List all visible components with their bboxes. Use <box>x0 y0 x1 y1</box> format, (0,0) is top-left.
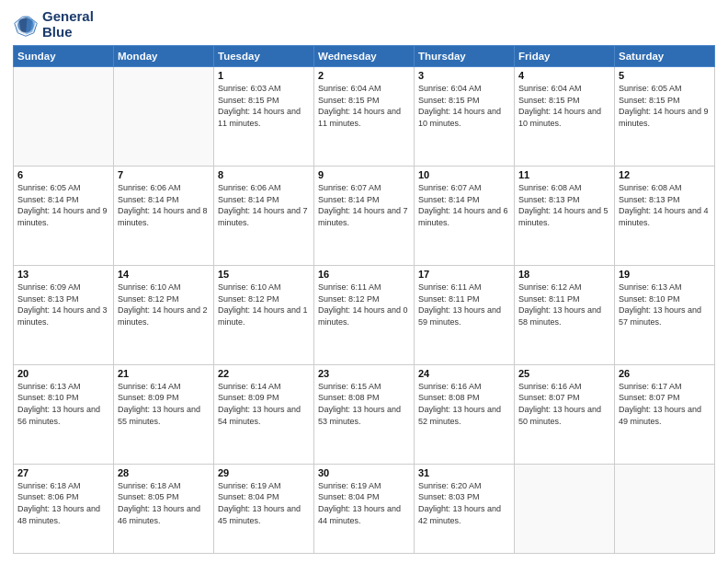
day-number: 6 <box>17 169 109 180</box>
calendar-cell: 25Sunrise: 6:16 AM Sunset: 8:07 PM Dayli… <box>515 364 615 464</box>
day-info: Sunrise: 6:13 AM Sunset: 8:10 PM Dayligh… <box>619 282 711 327</box>
day-info: Sunrise: 6:04 AM Sunset: 8:15 PM Dayligh… <box>418 83 510 129</box>
col-header-friday: Friday <box>515 46 615 67</box>
day-number: 25 <box>518 368 610 379</box>
day-info: Sunrise: 6:04 AM Sunset: 8:15 PM Dayligh… <box>518 83 610 129</box>
day-info: Sunrise: 6:12 AM Sunset: 8:11 PM Dayligh… <box>518 282 610 327</box>
day-number: 16 <box>318 269 410 280</box>
day-info: Sunrise: 6:19 AM Sunset: 8:04 PM Dayligh… <box>318 480 410 526</box>
day-number: 19 <box>619 269 711 280</box>
day-info: Sunrise: 6:03 AM Sunset: 8:15 PM Dayligh… <box>218 83 310 129</box>
day-number: 29 <box>218 467 310 478</box>
day-info: Sunrise: 6:18 AM Sunset: 8:05 PM Dayligh… <box>118 480 210 526</box>
day-number: 7 <box>118 169 210 180</box>
calendar-week-row: 1Sunrise: 6:03 AM Sunset: 8:15 PM Daylig… <box>14 67 715 167</box>
day-info: Sunrise: 6:04 AM Sunset: 8:15 PM Dayligh… <box>318 83 410 129</box>
calendar-cell: 12Sunrise: 6:08 AM Sunset: 8:13 PM Dayli… <box>615 166 715 265</box>
day-number: 24 <box>418 368 510 379</box>
logo-icon <box>13 12 39 38</box>
day-info: Sunrise: 6:10 AM Sunset: 8:12 PM Dayligh… <box>118 282 210 327</box>
calendar-cell <box>114 67 214 167</box>
header: General Blue <box>13 9 715 40</box>
calendar-cell: 8Sunrise: 6:06 AM Sunset: 8:14 PM Daylig… <box>214 166 314 265</box>
day-number: 8 <box>218 169 310 180</box>
calendar-cell: 23Sunrise: 6:15 AM Sunset: 8:08 PM Dayli… <box>314 364 415 464</box>
calendar-cell: 16Sunrise: 6:11 AM Sunset: 8:12 PM Dayli… <box>314 265 415 364</box>
calendar-cell: 31Sunrise: 6:20 AM Sunset: 8:03 PM Dayli… <box>415 464 515 553</box>
calendar-cell: 22Sunrise: 6:14 AM Sunset: 8:09 PM Dayli… <box>214 364 314 464</box>
calendar-cell <box>515 464 615 553</box>
calendar-cell: 4Sunrise: 6:04 AM Sunset: 8:15 PM Daylig… <box>515 67 615 167</box>
col-header-monday: Monday <box>114 46 214 67</box>
day-info: Sunrise: 6:11 AM Sunset: 8:12 PM Dayligh… <box>318 282 410 327</box>
calendar-cell: 18Sunrise: 6:12 AM Sunset: 8:11 PM Dayli… <box>515 265 615 364</box>
day-number: 4 <box>518 70 610 81</box>
calendar-cell: 1Sunrise: 6:03 AM Sunset: 8:15 PM Daylig… <box>214 67 314 167</box>
day-info: Sunrise: 6:14 AM Sunset: 8:09 PM Dayligh… <box>218 381 310 427</box>
day-info: Sunrise: 6:06 AM Sunset: 8:14 PM Dayligh… <box>218 182 310 228</box>
calendar-cell: 29Sunrise: 6:19 AM Sunset: 8:04 PM Dayli… <box>214 464 314 553</box>
day-number: 23 <box>318 368 410 379</box>
day-number: 15 <box>218 269 310 280</box>
calendar-cell: 21Sunrise: 6:14 AM Sunset: 8:09 PM Dayli… <box>114 364 214 464</box>
calendar-cell <box>615 464 715 553</box>
calendar-week-row: 20Sunrise: 6:13 AM Sunset: 8:10 PM Dayli… <box>14 364 715 464</box>
day-info: Sunrise: 6:07 AM Sunset: 8:14 PM Dayligh… <box>318 182 410 228</box>
day-number: 3 <box>418 70 510 81</box>
day-info: Sunrise: 6:19 AM Sunset: 8:04 PM Dayligh… <box>218 480 310 526</box>
day-info: Sunrise: 6:10 AM Sunset: 8:12 PM Dayligh… <box>218 282 310 327</box>
calendar-cell: 15Sunrise: 6:10 AM Sunset: 8:12 PM Dayli… <box>214 265 314 364</box>
calendar-cell: 20Sunrise: 6:13 AM Sunset: 8:10 PM Dayli… <box>14 364 114 464</box>
day-number: 10 <box>418 169 510 180</box>
day-info: Sunrise: 6:20 AM Sunset: 8:03 PM Dayligh… <box>418 480 510 526</box>
calendar-cell: 24Sunrise: 6:16 AM Sunset: 8:08 PM Dayli… <box>415 364 515 464</box>
day-info: Sunrise: 6:15 AM Sunset: 8:08 PM Dayligh… <box>318 381 410 427</box>
day-number: 21 <box>118 368 210 379</box>
col-header-wednesday: Wednesday <box>314 46 415 67</box>
day-number: 26 <box>619 368 711 379</box>
day-number: 22 <box>218 368 310 379</box>
col-header-sunday: Sunday <box>14 46 114 67</box>
calendar-cell: 7Sunrise: 6:06 AM Sunset: 8:14 PM Daylig… <box>114 166 214 265</box>
day-number: 2 <box>318 70 410 81</box>
day-number: 9 <box>318 169 410 180</box>
calendar-cell: 6Sunrise: 6:05 AM Sunset: 8:14 PM Daylig… <box>14 166 114 265</box>
day-number: 11 <box>518 169 610 180</box>
day-number: 13 <box>17 269 109 280</box>
day-info: Sunrise: 6:16 AM Sunset: 8:08 PM Dayligh… <box>418 381 510 427</box>
day-info: Sunrise: 6:18 AM Sunset: 8:06 PM Dayligh… <box>17 480 109 526</box>
calendar-table: SundayMondayTuesdayWednesdayThursdayFrid… <box>13 45 715 554</box>
day-number: 5 <box>619 70 711 81</box>
calendar-header-row: SundayMondayTuesdayWednesdayThursdayFrid… <box>14 46 715 67</box>
day-info: Sunrise: 6:17 AM Sunset: 8:07 PM Dayligh… <box>619 381 711 427</box>
calendar-cell: 13Sunrise: 6:09 AM Sunset: 8:13 PM Dayli… <box>14 265 114 364</box>
day-info: Sunrise: 6:13 AM Sunset: 8:10 PM Dayligh… <box>17 381 109 427</box>
day-number: 30 <box>318 467 410 478</box>
calendar-cell <box>14 67 114 167</box>
calendar-cell: 27Sunrise: 6:18 AM Sunset: 8:06 PM Dayli… <box>14 464 114 553</box>
day-info: Sunrise: 6:11 AM Sunset: 8:11 PM Dayligh… <box>418 282 510 327</box>
calendar-cell: 19Sunrise: 6:13 AM Sunset: 8:10 PM Dayli… <box>615 265 715 364</box>
calendar-cell: 9Sunrise: 6:07 AM Sunset: 8:14 PM Daylig… <box>314 166 415 265</box>
day-number: 12 <box>619 169 711 180</box>
logo: General Blue <box>13 9 94 40</box>
calendar-cell: 14Sunrise: 6:10 AM Sunset: 8:12 PM Dayli… <box>114 265 214 364</box>
day-info: Sunrise: 6:16 AM Sunset: 8:07 PM Dayligh… <box>518 381 610 427</box>
day-info: Sunrise: 6:14 AM Sunset: 8:09 PM Dayligh… <box>118 381 210 427</box>
calendar-cell: 3Sunrise: 6:04 AM Sunset: 8:15 PM Daylig… <box>415 67 515 167</box>
col-header-thursday: Thursday <box>415 46 515 67</box>
col-header-tuesday: Tuesday <box>214 46 314 67</box>
calendar-week-row: 6Sunrise: 6:05 AM Sunset: 8:14 PM Daylig… <box>14 166 715 265</box>
calendar-cell: 10Sunrise: 6:07 AM Sunset: 8:14 PM Dayli… <box>415 166 515 265</box>
day-number: 17 <box>418 269 510 280</box>
day-number: 31 <box>418 467 510 478</box>
day-info: Sunrise: 6:05 AM Sunset: 8:15 PM Dayligh… <box>619 83 711 129</box>
calendar-cell: 5Sunrise: 6:05 AM Sunset: 8:15 PM Daylig… <box>615 67 715 167</box>
day-info: Sunrise: 6:07 AM Sunset: 8:14 PM Dayligh… <box>418 182 510 228</box>
calendar-cell: 2Sunrise: 6:04 AM Sunset: 8:15 PM Daylig… <box>314 67 415 167</box>
col-header-saturday: Saturday <box>615 46 715 67</box>
calendar-cell: 17Sunrise: 6:11 AM Sunset: 8:11 PM Dayli… <box>415 265 515 364</box>
day-info: Sunrise: 6:08 AM Sunset: 8:13 PM Dayligh… <box>518 182 610 228</box>
calendar-week-row: 27Sunrise: 6:18 AM Sunset: 8:06 PM Dayli… <box>14 464 715 553</box>
calendar-cell: 11Sunrise: 6:08 AM Sunset: 8:13 PM Dayli… <box>515 166 615 265</box>
